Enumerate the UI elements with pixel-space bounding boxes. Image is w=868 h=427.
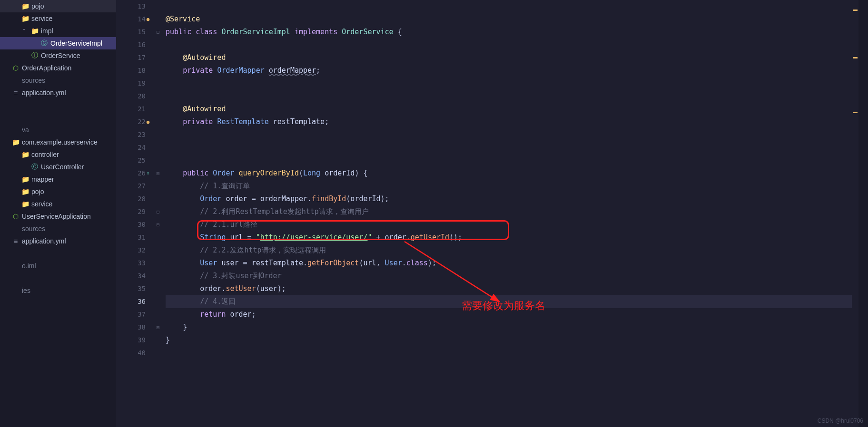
fold-toggle[interactable] — [154, 347, 162, 359]
code-line[interactable]: public class OrderServiceImpl implements… — [166, 26, 868, 39]
tree-item[interactable]: 📁service — [0, 12, 116, 25]
fold-toggle[interactable] — [154, 141, 162, 154]
fold-toggle[interactable]: ⊟ — [154, 26, 162, 39]
code-line[interactable]: @Service — [166, 13, 868, 26]
fold-toggle[interactable] — [154, 116, 162, 128]
fold-toggle[interactable]: ⊟ — [154, 321, 162, 334]
tree-item[interactable]: ies — [0, 284, 116, 297]
code-line[interactable]: private RestTemplate restTemplate; — [166, 116, 868, 128]
file-icon: 📁 — [30, 27, 39, 35]
code-line[interactable] — [166, 90, 868, 103]
fold-toggle[interactable] — [154, 103, 162, 116]
fold-toggle[interactable] — [154, 51, 162, 64]
fold-toggle[interactable] — [154, 308, 162, 321]
tree-item[interactable]: o.iml — [0, 260, 116, 272]
fold-toggle[interactable] — [154, 270, 162, 282]
fold-toggle[interactable] — [154, 154, 162, 167]
tree-item[interactable]: 📁mapper — [0, 173, 116, 185]
fold-toggle[interactable] — [154, 90, 162, 103]
code-line[interactable]: private OrderMapper orderMapper; — [166, 64, 868, 77]
code-line[interactable] — [166, 39, 868, 51]
bean-icon[interactable]: ● — [145, 13, 151, 26]
fold-toggle[interactable] — [154, 295, 162, 308]
tree-item[interactable]: ˅📁impl — [0, 25, 116, 37]
fold-toggle[interactable] — [154, 13, 162, 26]
project-tree[interactable]: 📁pojo📁service˅📁implⒸOrderServiceImplⒾOrd… — [0, 0, 116, 427]
override-icon[interactable]: ⬆ — [145, 167, 151, 180]
tree-item[interactable]: va — [0, 124, 116, 136]
tree-item[interactable]: ≡application.yml — [0, 235, 116, 247]
tree-item[interactable]: ⬡OrderApplication — [0, 62, 116, 74]
fold-toggle[interactable] — [154, 64, 162, 77]
code-line[interactable] — [166, 141, 868, 154]
code-line[interactable]: public Order queryOrderById(Long orderId… — [166, 167, 868, 180]
tree-item[interactable]: ⒸOrderServiceImpl — [0, 37, 116, 49]
line-number: 18 — [116, 64, 146, 77]
fold-toggle[interactable] — [154, 334, 162, 347]
code-line[interactable] — [166, 0, 868, 13]
fold-toggle[interactable]: ⊟ — [154, 167, 162, 180]
tree-item[interactable] — [0, 272, 116, 284]
tree-item[interactable] — [0, 111, 116, 124]
code-line[interactable]: String url = "http://user-service/user/"… — [166, 231, 868, 244]
code-line[interactable]: @Autowired — [166, 103, 868, 116]
code-line[interactable] — [166, 347, 868, 359]
line-gutter: 1314●1516171819202122●23242526⬆272829303… — [116, 0, 154, 427]
tree-item[interactable]: sources — [0, 74, 116, 87]
code-line[interactable]: Order order = orderMapper.findById(order… — [166, 193, 868, 205]
tree-item[interactable]: ≡application.yml — [0, 87, 116, 99]
tree-item[interactable]: ⒾOrderService — [0, 49, 116, 62]
tree-item-label: application.yml — [22, 237, 66, 245]
tree-item-label: service — [31, 200, 52, 208]
code-line[interactable] — [166, 154, 868, 167]
tree-item[interactable] — [0, 247, 116, 260]
code-line[interactable]: // 1.查询订单 — [166, 180, 868, 193]
code-line[interactable] — [166, 128, 868, 141]
line-number: 26⬆ — [116, 167, 146, 180]
tree-item[interactable]: 📁com.example.userservice — [0, 136, 116, 148]
scrollbar[interactable] — [858, 0, 868, 427]
fold-toggle[interactable] — [154, 231, 162, 244]
fold-toggle[interactable] — [154, 0, 162, 13]
fold-toggle[interactable] — [154, 244, 162, 257]
tree-item[interactable]: 📁pojo — [0, 0, 116, 12]
code-line[interactable]: } — [166, 334, 868, 347]
code-line[interactable]: order.setUser(user); — [166, 282, 868, 295]
bean-icon[interactable]: ● — [145, 116, 151, 128]
code-line[interactable]: User user = restTemplate.getForObject(ur… — [166, 257, 868, 270]
code-line[interactable]: // 2.1.url路径 — [166, 218, 868, 231]
fold-toggle[interactable] — [154, 282, 162, 295]
fold-toggle[interactable] — [154, 257, 162, 270]
line-number: 32 — [116, 244, 146, 257]
tree-item[interactable]: 📁service — [0, 198, 116, 210]
fold-toggle[interactable] — [154, 180, 162, 193]
tree-item-label: ies — [22, 287, 30, 294]
tree-item[interactable]: ⒸUserController — [0, 161, 116, 173]
error-stripe[interactable] — [852, 0, 858, 427]
tree-item-label: com.example.userservice — [22, 138, 98, 146]
tree-item[interactable] — [0, 99, 116, 111]
code-line[interactable]: // 3.封装user到Order — [166, 270, 868, 282]
code-editor[interactable]: 1314●1516171819202122●23242526⬆272829303… — [116, 0, 868, 427]
fold-toggle[interactable] — [154, 128, 162, 141]
tree-item-label: service — [31, 15, 52, 22]
code-line[interactable]: // 2.2.发送http请求，实现远程调用 — [166, 244, 868, 257]
fold-column[interactable]: ⊟⊟⊟⊟⊟ — [154, 0, 162, 427]
fold-toggle[interactable] — [154, 39, 162, 51]
code-area[interactable]: @Servicepublic class OrderServiceImpl im… — [162, 0, 868, 427]
code-line[interactable]: @Autowired — [166, 51, 868, 64]
tree-item[interactable]: 📁pojo — [0, 185, 116, 198]
tree-item-label: mapper — [31, 175, 54, 183]
fold-toggle[interactable] — [154, 77, 162, 90]
code-line[interactable] — [166, 77, 868, 90]
fold-toggle[interactable]: ⊟ — [154, 205, 162, 218]
tree-item[interactable]: ⬡UserServiceApplication — [0, 210, 116, 223]
code-line[interactable]: // 2.利用RestTemplate发起http请求，查询用户 — [166, 205, 868, 218]
line-number: 39 — [116, 334, 146, 347]
tree-item[interactable]: sources — [0, 223, 116, 235]
fold-toggle[interactable]: ⊟ — [154, 218, 162, 231]
file-icon: 📁 — [21, 188, 30, 195]
code-line[interactable]: } — [166, 321, 868, 334]
fold-toggle[interactable] — [154, 193, 162, 205]
tree-item[interactable]: 📁controller — [0, 148, 116, 161]
